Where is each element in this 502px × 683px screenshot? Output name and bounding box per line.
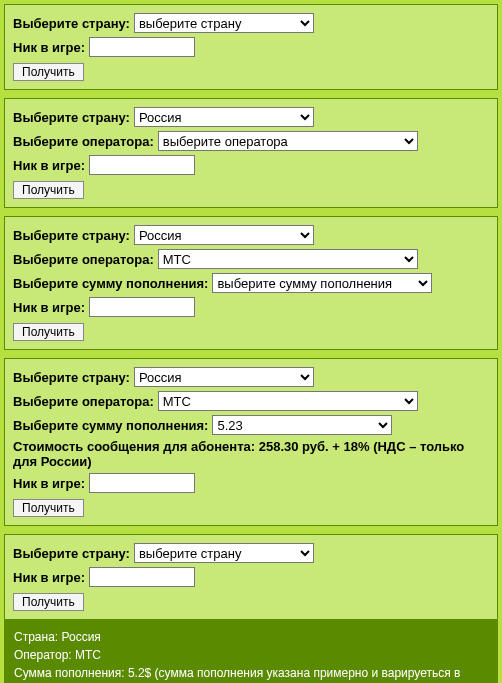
country-select[interactable]: Россия — [134, 367, 314, 387]
nick-input[interactable] — [89, 155, 195, 175]
form-panel-4: Выберите страну: Россия Выберите операто… — [4, 358, 498, 526]
submit-button[interactable]: Получить — [13, 499, 84, 517]
submit-button[interactable]: Получить — [13, 593, 84, 611]
country-select[interactable]: Россия — [134, 225, 314, 245]
form-panel-5: Выберите страну: выберите страну Ник в и… — [4, 534, 498, 620]
operator-select[interactable]: МТС — [158, 391, 418, 411]
country-label: Выберите страну: — [13, 370, 130, 385]
cost-info: Стоимость сообщения для абонента: 258.30… — [13, 439, 489, 469]
nick-input[interactable] — [89, 37, 195, 57]
country-label: Выберите страну: — [13, 110, 130, 125]
operator-label: Выберите оператора: — [13, 134, 154, 149]
result-amount: Сумма пополнения: 5.2$ (сумма пополнения… — [14, 664, 488, 683]
result-operator: Оператор: МТС — [14, 646, 488, 664]
submit-button[interactable]: Получить — [13, 181, 84, 199]
country-select[interactable]: Россия — [134, 107, 314, 127]
nick-label: Ник в игре: — [13, 158, 85, 173]
result-country: Страна: Россия — [14, 628, 488, 646]
nick-label: Ник в игре: — [13, 570, 85, 585]
country-label: Выберите страну: — [13, 228, 130, 243]
nick-label: Ник в игре: — [13, 476, 85, 491]
country-select[interactable]: выберите страну — [134, 13, 314, 33]
operator-select[interactable]: МТС — [158, 249, 418, 269]
form-panel-3: Выберите страну: Россия Выберите операто… — [4, 216, 498, 350]
country-label: Выберите страну: — [13, 546, 130, 561]
operator-label: Выберите оператора: — [13, 394, 154, 409]
operator-select[interactable]: выберите оператора — [158, 131, 418, 151]
operator-label: Выберите оператора: — [13, 252, 154, 267]
nick-label: Ник в игре: — [13, 40, 85, 55]
country-select[interactable]: выберите страну — [134, 543, 314, 563]
nick-input[interactable] — [89, 297, 195, 317]
country-label: Выберите страну: — [13, 16, 130, 31]
amount-label: Выберите сумму пополнения: — [13, 418, 208, 433]
submit-button[interactable]: Получить — [13, 323, 84, 341]
submit-button[interactable]: Получить — [13, 63, 84, 81]
amount-label: Выберите сумму пополнения: — [13, 276, 208, 291]
amount-select[interactable]: выберите сумму пополнения — [212, 273, 432, 293]
nick-label: Ник в игре: — [13, 300, 85, 315]
amount-select[interactable]: 5.23 — [212, 415, 392, 435]
nick-input[interactable] — [89, 473, 195, 493]
nick-input[interactable] — [89, 567, 195, 587]
form-panel-2: Выберите страну: Россия Выберите операто… — [4, 98, 498, 208]
result-panel: Страна: Россия Оператор: МТС Сумма попол… — [4, 620, 498, 683]
form-panel-1: Выберите страну: выберите страну Ник в и… — [4, 4, 498, 90]
